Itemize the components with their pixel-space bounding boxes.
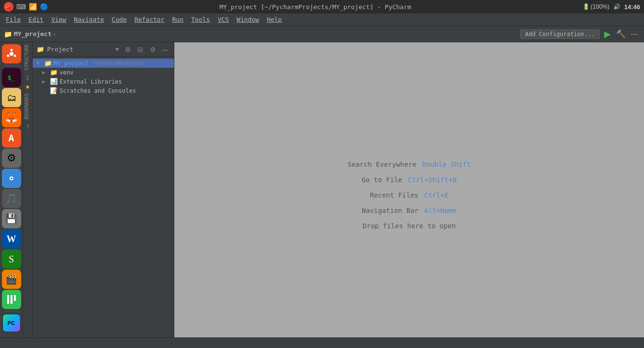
build-button[interactable]: 🔨 — [615, 28, 627, 40]
dock-icon-wps[interactable]: W — [2, 229, 21, 249]
dock-divider-2 — [4, 311, 19, 311]
editor-area: Search Everywhere Double Shift Go to Fil… — [174, 42, 644, 348]
clock-display: 14:46 — [624, 3, 640, 11]
project-tree: ▼ 📁 MY_project ~/PycharmProjects ▶ 📁 ven… — [33, 57, 174, 348]
dock-icon-pycharm[interactable]: PC — [2, 313, 21, 333]
svg-rect-10 — [14, 295, 16, 301]
svg-point-2 — [10, 49, 12, 51]
dock-icon-settings[interactable]: ⚙ — [2, 149, 21, 168]
dock-icon-manjaro[interactable] — [2, 290, 21, 309]
tree-icon-scratches: 📝 — [50, 87, 58, 94]
svg-point-4 — [7, 55, 9, 57]
project-options-button[interactable]: ⚙ — [123, 45, 133, 54]
toolbar: 📁 MY_project › Add Configuration... ▶ 🔨 … — [0, 26, 644, 42]
breadcrumb-project-name[interactable]: MY_project — [14, 30, 51, 37]
svg-rect-9 — [11, 295, 12, 304]
dock-icon-vlc[interactable]: 🎬 — [2, 270, 21, 289]
tree-arrow-ext-libs: ▶ — [42, 79, 48, 84]
dock-icon-chromium[interactable] — [2, 169, 21, 188]
vertical-strip: STRUCTURE 2 ★ BOOKMARKS 7 — [23, 42, 33, 348]
system-bluetooth-icon: 🔵 — [40, 3, 48, 11]
breadcrumb-folder-icon: 📁 — [4, 30, 12, 38]
menu-item-run[interactable]: Run — [169, 15, 187, 24]
svg-rect-8 — [7, 295, 9, 304]
menu-item-code[interactable]: Code — [108, 15, 131, 24]
battery-display: 🔋 (100%) — [583, 3, 609, 10]
svg-point-3 — [13, 55, 16, 57]
project-panel: 📁 Project ▼ ⚙ ⊟ ⚙ — ▼ 📁 MY_project ~/Pyc… — [33, 42, 174, 348]
project-panel-label[interactable]: Project — [47, 46, 111, 53]
hint-shortcut-nav: Alt+Home — [424, 207, 456, 214]
tree-icon-venv: 📁 — [50, 69, 58, 76]
dock-icon-firefox[interactable]: 🦊 — [2, 108, 21, 127]
tree-label-venv: venv — [60, 69, 73, 76]
system-wifi-icon: 📶 — [29, 3, 37, 11]
tree-item-venv[interactable]: ▶ 📁 venv — [33, 68, 174, 77]
hint-text-search: Search Everywhere — [348, 161, 416, 168]
hint-go-to-file: Go to File Ctrl+Shift+N — [362, 176, 456, 184]
dock-icon-ubuntu[interactable] — [2, 44, 21, 63]
run-button[interactable]: ▶ — [602, 28, 613, 40]
project-dropdown-arrow[interactable]: ▼ — [114, 46, 120, 53]
tree-arrow-venv: ▶ — [42, 70, 48, 75]
dock-icon-terminal[interactable]: $_ — [2, 68, 21, 87]
breadcrumb: 📁 MY_project › — [4, 30, 518, 38]
battery-percent: (100%) — [591, 3, 609, 10]
title-bar-right: 🔋 (100%) 🔊 14:46 — [583, 3, 640, 11]
bookmarks-number: 7 — [23, 121, 32, 132]
menu-item-edit[interactable]: Edit — [24, 15, 47, 24]
svg-point-7 — [11, 177, 12, 179]
dock-icon-sound[interactable]: 🎵 — [2, 189, 21, 208]
main-layout: $_ 🗂 🦊 A ⚙ 🎵 💾 W — [0, 42, 644, 348]
tree-item-external-libraries[interactable]: ▶ 📊 External Libraries — [33, 77, 174, 86]
dock-icon-drive[interactable]: 💾 — [2, 209, 21, 228]
menu-item-window[interactable]: Window — [233, 15, 263, 24]
tree-label-my-project: MY_project — [54, 60, 88, 67]
toolbar-right: ▶ 🔨 — — [602, 28, 640, 40]
volume-icon: 🔊 — [613, 3, 620, 10]
tree-icon-my-project: 📁 — [44, 60, 52, 67]
svg-point-1 — [10, 52, 13, 56]
tree-item-my-project[interactable]: ▼ 📁 MY_project ~/PycharmProjects — [33, 59, 174, 68]
hint-drop-files: Drop files here to open — [363, 222, 456, 230]
hint-text-recent: Recent Files — [370, 191, 418, 199]
menu-item-refactor[interactable]: Refactor — [131, 15, 169, 24]
menu-item-view[interactable]: View — [48, 15, 70, 24]
project-settings-button[interactable]: ⚙ — [148, 45, 158, 54]
tree-label-ext-libs: External Libraries — [60, 78, 122, 85]
bottom-strip — [0, 337, 644, 348]
hint-text-goto: Go to File — [362, 176, 402, 184]
hint-text-nav: Navigation Bar — [362, 207, 418, 214]
system-keyboard-icon: ⌨ — [16, 3, 26, 11]
dock-icon-spreadsheet[interactable]: S — [2, 249, 21, 269]
stop-button[interactable]: — — [629, 28, 640, 40]
window-title: MY_project [~/PycharmProjects/MY_project… — [219, 3, 411, 11]
dock-divider-1 — [4, 65, 19, 66]
menu-bar: FileEditViewNavigateCodeRefactorRunTools… — [0, 13, 644, 26]
add-configuration-button[interactable]: Add Configuration... — [520, 29, 600, 39]
tree-path-my-project: ~/PycharmProjects — [90, 60, 145, 66]
hint-shortcut-recent: Ctrl+E — [424, 191, 449, 199]
structure-number: 2 — [23, 72, 32, 83]
menu-item-file[interactable]: File — [2, 15, 24, 24]
structure-label: STRUCTURE — [23, 42, 32, 72]
menu-item-vcs[interactable]: VCS — [214, 15, 232, 24]
bookmark-star-icon: ★ — [23, 83, 32, 91]
left-dock: $_ 🗂 🦊 A ⚙ 🎵 💾 W — [0, 42, 23, 348]
pycharm-icon: PC — [3, 314, 20, 332]
menu-item-help[interactable]: Help — [263, 15, 286, 24]
dock-icon-software[interactable]: A — [2, 128, 21, 148]
tree-item-scratches[interactable]: 📝 Scratches and Consoles — [33, 86, 174, 95]
tree-arrow-my-project: ▼ — [36, 61, 42, 66]
bookmarks-label: BOOKMARKS — [23, 91, 32, 121]
project-panel-header: 📁 Project ▼ ⚙ ⊟ ⚙ — — [33, 42, 174, 57]
project-folder-icon: 📁 — [36, 46, 44, 53]
dock-icon-files[interactable]: 🗂 — [2, 88, 21, 107]
menu-item-navigate[interactable]: Navigate — [70, 15, 108, 24]
menu-item-tools[interactable]: Tools — [187, 15, 214, 24]
title-bar-left: 🍅 ⌨ 📶 🔵 — [4, 2, 48, 12]
battery-icon: 🔋 — [583, 3, 590, 10]
tomato-timer-icon[interactable]: 🍅 — [4, 2, 13, 12]
project-layout-button[interactable]: ⊟ — [135, 45, 145, 54]
project-minimize-button[interactable]: — — [160, 45, 170, 54]
